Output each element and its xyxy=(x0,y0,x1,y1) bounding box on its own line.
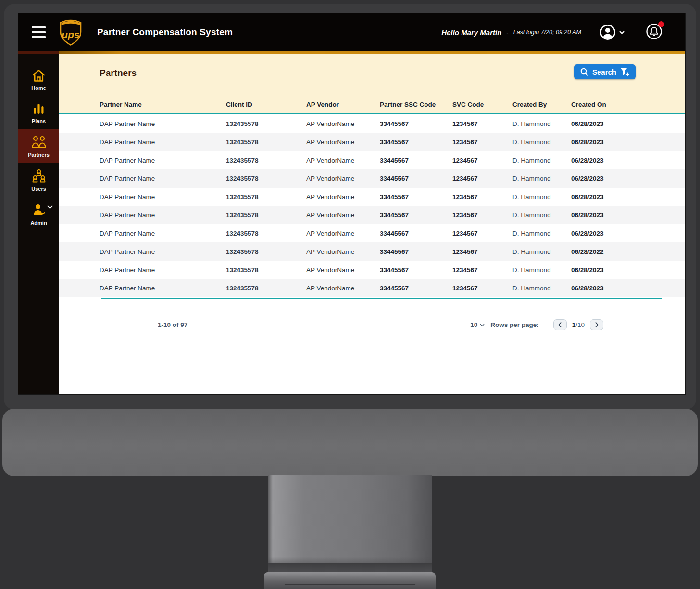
column-header-ap-vendor: AP Vendor xyxy=(306,101,380,108)
table-cell: 1234567 xyxy=(452,157,512,164)
table-cell: DAP Partner Name xyxy=(100,248,226,255)
pagination: 1-10 of 97 10 Rows per page: xyxy=(59,319,685,332)
table-cell: 132435578 xyxy=(226,193,306,201)
table-cell: 1234567 xyxy=(452,193,512,201)
sidebar-item-label: Home xyxy=(31,85,46,91)
table-row[interactable]: DAP Partner Name132435578AP VendorName33… xyxy=(59,114,685,133)
accent-strip-maroon xyxy=(18,51,59,54)
table-cell: DAP Partner Name xyxy=(100,193,226,201)
column-header-created-on: Created On xyxy=(571,101,685,108)
table-cell: 06/28/2023 xyxy=(571,266,685,274)
table-cell: AP VendorName xyxy=(306,266,380,274)
sidebar-item-partners[interactable]: Partners xyxy=(18,129,59,163)
table-row[interactable]: DAP Partner Name132435578AP VendorName33… xyxy=(59,279,685,297)
table-row[interactable]: DAP Partner Name132435578AP VendorName33… xyxy=(59,169,685,188)
table-cell: 33445567 xyxy=(380,175,452,182)
hamburger-menu-icon[interactable] xyxy=(32,26,46,38)
table-cell: D. Hammond xyxy=(512,285,571,292)
chevron-down-icon xyxy=(47,205,53,209)
table-bottom-divider xyxy=(101,298,662,299)
table-row[interactable]: DAP Partner Name132435578AP VendorName33… xyxy=(59,242,685,261)
table-cell: D. Hammond xyxy=(512,212,571,219)
home-icon xyxy=(32,69,46,82)
table-body: DAP Partner Name132435578AP VendorName33… xyxy=(59,114,685,297)
monitor-stand-base xyxy=(264,572,436,589)
next-page-button[interactable] xyxy=(590,319,603,330)
table-cell: AP VendorName xyxy=(306,138,380,146)
table-cell: AP VendorName xyxy=(306,212,380,219)
table-header-row: Partner Name Client ID AP Vendor Partner… xyxy=(59,97,685,113)
notification-badge xyxy=(658,21,664,27)
column-header-created-by: Created By xyxy=(512,101,571,108)
table-cell: DAP Partner Name xyxy=(100,230,226,237)
table-cell: DAP Partner Name xyxy=(100,120,226,127)
table-row[interactable]: DAP Partner Name132435578AP VendorName33… xyxy=(59,133,685,151)
table-cell: 132435578 xyxy=(226,120,306,127)
table-cell: D. Hammond xyxy=(512,230,571,237)
search-button-label: Search xyxy=(592,68,616,76)
notifications-button[interactable] xyxy=(646,23,662,42)
table-cell: 1234567 xyxy=(452,248,512,255)
users-icon xyxy=(32,169,46,183)
table-cell: 1234567 xyxy=(452,230,512,237)
sidebar-item-label: Users xyxy=(31,186,46,192)
monitor-chin xyxy=(2,409,698,476)
sidebar-item-home[interactable]: Home xyxy=(18,63,59,96)
previous-page-button[interactable] xyxy=(553,319,567,330)
chevron-right-icon xyxy=(595,322,599,327)
table-cell: 132435578 xyxy=(226,248,306,255)
table-cell: 33445567 xyxy=(380,285,452,292)
table-cell: 06/28/2023 xyxy=(571,120,685,127)
table-cell: 06/28/2023 xyxy=(571,285,685,292)
table-cell: DAP Partner Name xyxy=(100,157,226,164)
table-row[interactable]: DAP Partner Name132435578AP VendorName33… xyxy=(59,224,685,242)
table-cell: 1234567 xyxy=(452,266,512,274)
sidebar: Home Plans xyxy=(18,54,59,394)
user-avatar-button[interactable] xyxy=(600,24,625,40)
rows-per-page-select[interactable]: 10 xyxy=(470,321,485,328)
table-cell: 06/28/2023 xyxy=(571,212,685,219)
page-title: Partners xyxy=(100,68,137,78)
sidebar-item-users[interactable]: Users xyxy=(18,163,59,197)
table-cell: 06/28/2023 xyxy=(571,175,685,182)
column-header-svc-code: SVC Code xyxy=(452,101,512,108)
table-cell: 132435578 xyxy=(226,175,306,182)
table-cell: 06/28/2022 xyxy=(571,248,685,255)
table-cell: AP VendorName xyxy=(306,230,380,237)
table-row[interactable]: DAP Partner Name132435578AP VendorName33… xyxy=(59,151,685,169)
table-cell: AP VendorName xyxy=(306,175,380,182)
table-cell: 33445567 xyxy=(380,193,452,201)
table-row[interactable]: DAP Partner Name132435578AP VendorName33… xyxy=(59,206,685,224)
admin-icon xyxy=(32,203,46,217)
user-greeting: Hello Mary Martin xyxy=(441,28,501,37)
table-cell: 132435578 xyxy=(226,230,306,237)
ups-logo: ups xyxy=(59,19,83,46)
accent-strip xyxy=(18,51,685,54)
table-cell: DAP Partner Name xyxy=(100,285,226,292)
last-login-text: Last login 7/20; 09:20 AM xyxy=(513,29,581,36)
table-cell: 132435578 xyxy=(226,285,306,292)
table-row[interactable]: DAP Partner Name132435578AP VendorName33… xyxy=(59,261,685,279)
sidebar-item-label: Admin xyxy=(30,220,47,226)
table-cell: D. Hammond xyxy=(512,248,571,255)
rows-per-page-label: Rows per page: xyxy=(490,321,539,328)
search-button[interactable]: Search xyxy=(574,64,636,79)
table-cell: AP VendorName xyxy=(306,157,380,164)
table-cell: D. Hammond xyxy=(512,138,571,146)
table-cell: 06/28/2023 xyxy=(571,157,685,164)
sidebar-item-admin[interactable]: Admin xyxy=(18,197,59,231)
chevron-left-icon xyxy=(558,322,562,327)
accent-strip-gold xyxy=(59,51,685,54)
table-cell: 1234567 xyxy=(452,120,512,127)
user-avatar-icon xyxy=(600,24,616,40)
table-cell: D. Hammond xyxy=(512,175,571,182)
chevron-down-icon xyxy=(619,31,625,34)
table-cell: 33445567 xyxy=(380,120,452,127)
table-cell: AP VendorName xyxy=(306,120,380,127)
sidebar-item-plans[interactable]: Plans xyxy=(18,96,59,129)
table-row[interactable]: DAP Partner Name132435578AP VendorName33… xyxy=(59,188,685,206)
table-cell: 132435578 xyxy=(226,266,306,274)
sidebar-item-label: Plans xyxy=(32,118,46,124)
monitor-mockup: ups Partner Compensation System Hello Ma… xyxy=(0,0,700,589)
column-header-partner-ssc-code: Partner SSC Code xyxy=(380,101,452,108)
